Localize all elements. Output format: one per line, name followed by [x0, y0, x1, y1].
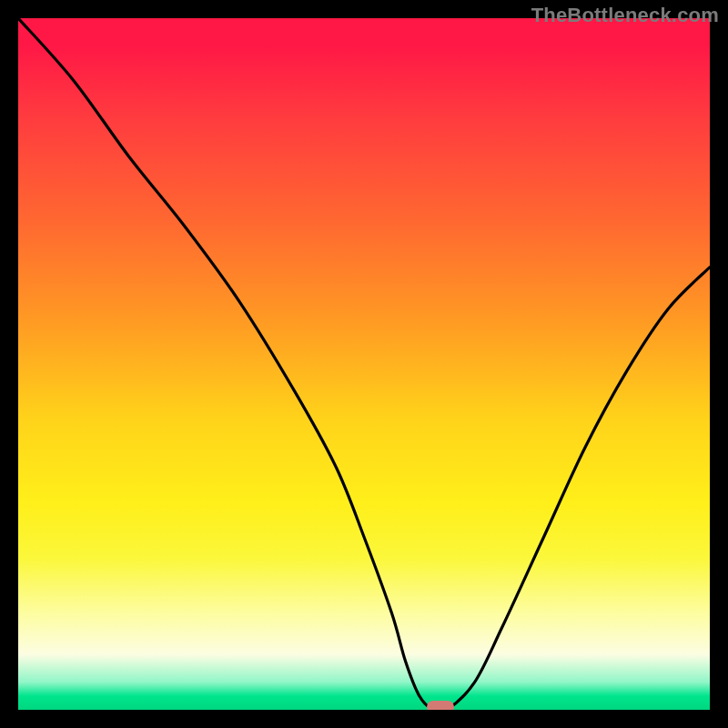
bottleneck-curve — [18, 18, 710, 710]
curve-layer — [18, 18, 710, 710]
optimum-marker — [427, 701, 454, 710]
chart-canvas: TheBottleneck.com — [0, 0, 728, 728]
watermark-text: TheBottleneck.com — [531, 4, 719, 27]
plot-area — [18, 18, 710, 710]
